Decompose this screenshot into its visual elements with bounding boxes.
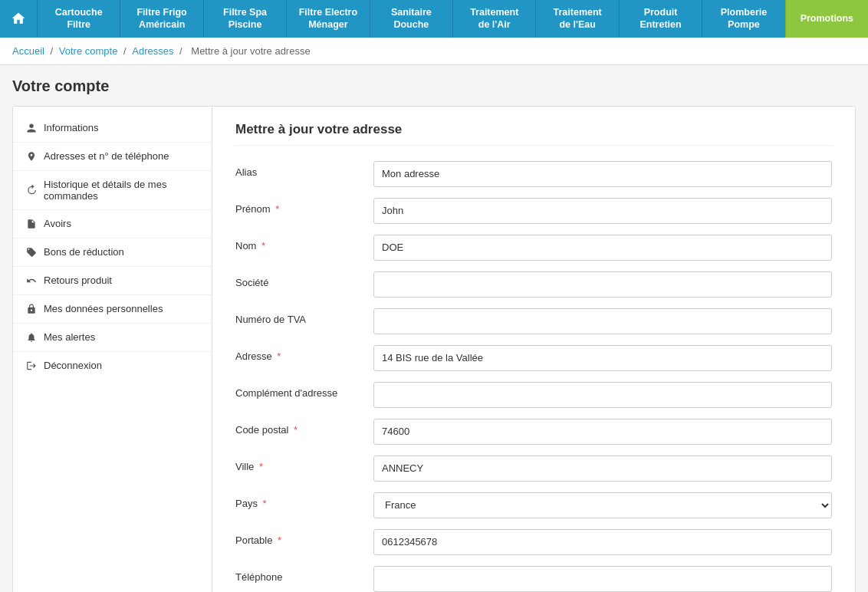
page-title: Votre compte bbox=[12, 77, 856, 95]
label-prenom: Prénom * bbox=[235, 198, 373, 215]
label-ville: Ville * bbox=[235, 456, 373, 472]
nav-filtre-frigo[interactable]: Filtre Frigo Américain bbox=[120, 0, 202, 38]
nav-filtre-electro[interactable]: Filtre Electro Ménager bbox=[286, 0, 369, 38]
input-telephone[interactable] bbox=[373, 566, 832, 592]
breadcrumb-adresses[interactable]: Adresses bbox=[132, 45, 173, 57]
field-ville: Ville * bbox=[235, 456, 832, 482]
field-telephone: Téléphone bbox=[235, 566, 832, 592]
breadcrumb-accueil[interactable]: Accueil bbox=[12, 45, 44, 57]
nav-traitement-eau[interactable]: Traitement de l'Eau bbox=[535, 0, 618, 38]
sidebar-item-avoirs[interactable]: Avoirs bbox=[13, 210, 212, 238]
sidebar-item-bons[interactable]: Bons de réduction bbox=[13, 238, 212, 267]
sidebar-label-retours: Retours produit bbox=[44, 275, 112, 286]
nav-promotions[interactable]: Promotions bbox=[785, 0, 868, 38]
location-icon bbox=[25, 150, 38, 163]
lock-icon bbox=[25, 303, 38, 315]
nav-produit-entretien[interactable]: Produit Entretien bbox=[619, 0, 702, 38]
input-societe[interactable] bbox=[373, 271, 832, 298]
input-ville[interactable] bbox=[373, 456, 832, 482]
input-complement[interactable] bbox=[373, 382, 832, 408]
label-code-postal: Code postal * bbox=[235, 419, 373, 436]
sidebar-label-avoirs: Avoirs bbox=[44, 218, 71, 229]
bell-icon bbox=[25, 331, 38, 344]
field-societe: Société bbox=[235, 271, 832, 298]
sidebar-item-retours[interactable]: Retours produit bbox=[13, 267, 212, 295]
label-alias: Alias bbox=[235, 161, 373, 178]
history-icon bbox=[25, 184, 38, 196]
label-tva: Numéro de TVA bbox=[235, 308, 373, 325]
input-nom[interactable] bbox=[373, 235, 832, 261]
field-adresse: Adresse * bbox=[235, 345, 832, 371]
sidebar-label-bons: Bons de réduction bbox=[44, 246, 124, 258]
sidebar-item-alertes[interactable]: Mes alertes bbox=[13, 324, 212, 352]
nav-plomberie[interactable]: Plomberie Pompe bbox=[702, 0, 784, 38]
sidebar-label-donnees: Mes données personnelles bbox=[44, 303, 163, 314]
home-button[interactable] bbox=[0, 0, 37, 38]
sidebar-label-historique: Historique et détails de mes commandes bbox=[44, 179, 199, 202]
sidebar-item-deconnexion[interactable]: Déconnexion bbox=[13, 352, 212, 380]
sidebar-item-historique[interactable]: Historique et détails de mes commandes bbox=[13, 171, 212, 210]
field-portable: Portable * bbox=[235, 529, 832, 555]
nav-filtre-spa[interactable]: Filtre Spa Piscine bbox=[203, 0, 286, 38]
input-code-postal[interactable] bbox=[373, 419, 832, 445]
input-adresse[interactable] bbox=[373, 345, 832, 371]
tag-icon bbox=[25, 246, 38, 258]
field-nom: Nom * bbox=[235, 235, 832, 261]
nav-sanitaire[interactable]: Sanitaire Douche bbox=[370, 0, 452, 38]
sidebar-item-donnees[interactable]: Mes données personnelles bbox=[13, 295, 212, 324]
nav-cartouche-filtre[interactable]: Cartouche Filtre bbox=[37, 0, 120, 38]
sidebar-item-adresses[interactable]: Adresses et n° de téléphone bbox=[13, 143, 212, 171]
field-pays: Pays * France Belgique Suisse Luxembourg bbox=[235, 492, 832, 518]
field-tva: Numéro de TVA bbox=[235, 308, 832, 334]
field-complement: Complément d'adresse bbox=[235, 382, 832, 408]
label-adresse: Adresse * bbox=[235, 345, 373, 362]
label-pays: Pays * bbox=[235, 492, 373, 509]
select-pays[interactable]: France Belgique Suisse Luxembourg bbox=[373, 492, 832, 518]
main-content: Mettre à jour votre adresse Alias Prénom… bbox=[212, 107, 855, 593]
document-icon bbox=[25, 218, 38, 230]
sidebar-label-deconnexion: Déconnexion bbox=[44, 360, 102, 371]
navbar: Cartouche Filtre Filtre Frigo Américain … bbox=[0, 0, 868, 38]
breadcrumb-current: Mettre à jour votre adresse bbox=[191, 45, 310, 57]
label-nom: Nom * bbox=[235, 235, 373, 252]
sidebar-item-informations[interactable]: Informations bbox=[13, 114, 212, 143]
sidebar-label-alertes: Mes alertes bbox=[44, 331, 95, 343]
breadcrumb-compte[interactable]: Votre compte bbox=[59, 45, 118, 57]
label-telephone: Téléphone bbox=[235, 566, 373, 583]
label-complement: Complément d'adresse bbox=[235, 382, 373, 399]
account-layout: Informations Adresses et n° de téléphone… bbox=[12, 106, 856, 593]
sidebar-label-informations: Informations bbox=[44, 122, 99, 133]
input-tva[interactable] bbox=[373, 308, 832, 334]
field-alias: Alias bbox=[235, 161, 832, 187]
logout-icon bbox=[25, 360, 38, 372]
return-icon bbox=[25, 275, 38, 287]
input-portable[interactable] bbox=[373, 529, 832, 555]
label-portable: Portable * bbox=[235, 529, 373, 546]
input-prenom[interactable] bbox=[373, 198, 832, 224]
field-prenom: Prénom * bbox=[235, 198, 832, 224]
sidebar-label-adresses: Adresses et n° de téléphone bbox=[44, 150, 169, 162]
breadcrumb: Accueil / Votre compte / Adresses / Mett… bbox=[0, 38, 868, 65]
label-societe: Société bbox=[235, 271, 373, 288]
input-alias[interactable] bbox=[373, 161, 832, 187]
person-icon bbox=[25, 122, 38, 134]
field-code-postal: Code postal * bbox=[235, 419, 832, 445]
sidebar: Informations Adresses et n° de téléphone… bbox=[13, 107, 212, 593]
form-title: Mettre à jour votre adresse bbox=[235, 122, 832, 146]
nav-traitement-air[interactable]: Traitement de l'Air bbox=[452, 0, 535, 38]
